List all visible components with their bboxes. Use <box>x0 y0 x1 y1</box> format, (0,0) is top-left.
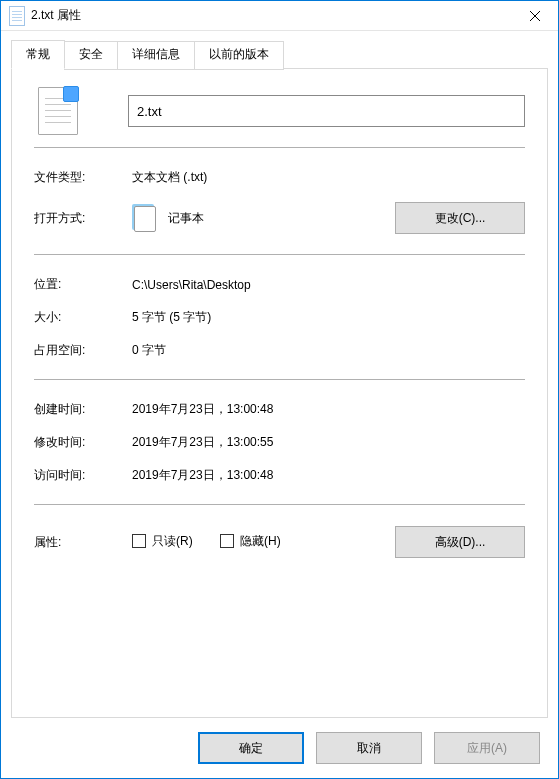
label-accessed: 访问时间: <box>34 467 132 484</box>
row-created: 创建时间: 2019年7月23日，13:00:48 <box>34 393 525 426</box>
value-modified: 2019年7月23日，13:00:55 <box>132 434 525 451</box>
row-filetype: 文件类型: 文本文档 (.txt) <box>34 161 525 194</box>
divider <box>34 254 525 256</box>
row-attributes: 属性: 只读(R) 隐藏(H) 高级(D)... <box>34 518 525 566</box>
row-opens-with: 打开方式: 记事本 更改(C)... <box>34 194 525 242</box>
tab-previous-versions[interactable]: 以前的版本 <box>194 41 284 70</box>
close-icon <box>530 11 540 21</box>
notepad-icon <box>132 204 160 232</box>
checkbox-hidden-label: 隐藏(H) <box>240 533 281 550</box>
advanced-button[interactable]: 高级(D)... <box>395 526 525 558</box>
row-size: 大小: 5 字节 (5 字节) <box>34 301 525 334</box>
tab-bar: 常规 安全 详细信息 以前的版本 <box>11 39 548 69</box>
properties-dialog: 2.txt 属性 常规 安全 详细信息 以前的版本 文件类型: <box>0 0 559 779</box>
checkbox-readonly-label: 只读(R) <box>152 533 193 550</box>
file-icon-small <box>9 6 25 26</box>
row-accessed: 访问时间: 2019年7月23日，13:00:48 <box>34 459 525 492</box>
label-created: 创建时间: <box>34 401 132 418</box>
checkbox-readonly[interactable]: 只读(R) <box>132 533 193 550</box>
button-bar: 确定 取消 应用(A) <box>1 718 558 778</box>
value-created: 2019年7月23日，13:00:48 <box>132 401 525 418</box>
label-attributes: 属性: <box>34 534 132 551</box>
tab-content-general: 文件类型: 文本文档 (.txt) 打开方式: 记事本 更改(C)... 位置:… <box>11 69 548 718</box>
checkbox-box <box>132 534 146 548</box>
divider <box>34 504 525 506</box>
value-filetype: 文本文档 (.txt) <box>132 169 525 186</box>
label-opens-with: 打开方式: <box>34 210 132 227</box>
tab-general[interactable]: 常规 <box>11 40 65 69</box>
close-button[interactable] <box>512 1 558 31</box>
row-modified: 修改时间: 2019年7月23日，13:00:55 <box>34 426 525 459</box>
value-accessed: 2019年7月23日，13:00:48 <box>132 467 525 484</box>
value-attributes: 只读(R) 隐藏(H) <box>132 533 395 552</box>
titlebar: 2.txt 属性 <box>1 1 558 31</box>
cancel-button[interactable]: 取消 <box>316 732 422 764</box>
divider <box>34 379 525 381</box>
label-location: 位置: <box>34 276 132 293</box>
tab-details[interactable]: 详细信息 <box>117 41 195 70</box>
divider <box>34 147 525 149</box>
content-area: 常规 安全 详细信息 以前的版本 文件类型: 文本文档 (.txt) 打开方式: <box>1 31 558 718</box>
row-location: 位置: C:\Users\Rita\Desktop <box>34 268 525 301</box>
label-modified: 修改时间: <box>34 434 132 451</box>
checkbox-hidden[interactable]: 隐藏(H) <box>220 533 281 550</box>
ok-button[interactable]: 确定 <box>198 732 304 764</box>
value-location: C:\Users\Rita\Desktop <box>132 278 525 292</box>
label-size: 大小: <box>34 309 132 326</box>
checkbox-box <box>220 534 234 548</box>
file-icon <box>38 87 78 135</box>
label-size-on-disk: 占用空间: <box>34 342 132 359</box>
filename-input[interactable] <box>128 95 525 127</box>
row-size-on-disk: 占用空间: 0 字节 <box>34 334 525 367</box>
filename-row <box>34 87 525 135</box>
opens-with-text: 记事本 <box>168 210 204 227</box>
apply-button[interactable]: 应用(A) <box>434 732 540 764</box>
label-filetype: 文件类型: <box>34 169 132 186</box>
value-size-on-disk: 0 字节 <box>132 342 525 359</box>
value-opens-with: 记事本 <box>132 204 395 232</box>
tab-security[interactable]: 安全 <box>64 41 118 70</box>
value-size: 5 字节 (5 字节) <box>132 309 525 326</box>
change-button[interactable]: 更改(C)... <box>395 202 525 234</box>
titlebar-title: 2.txt 属性 <box>31 7 512 24</box>
